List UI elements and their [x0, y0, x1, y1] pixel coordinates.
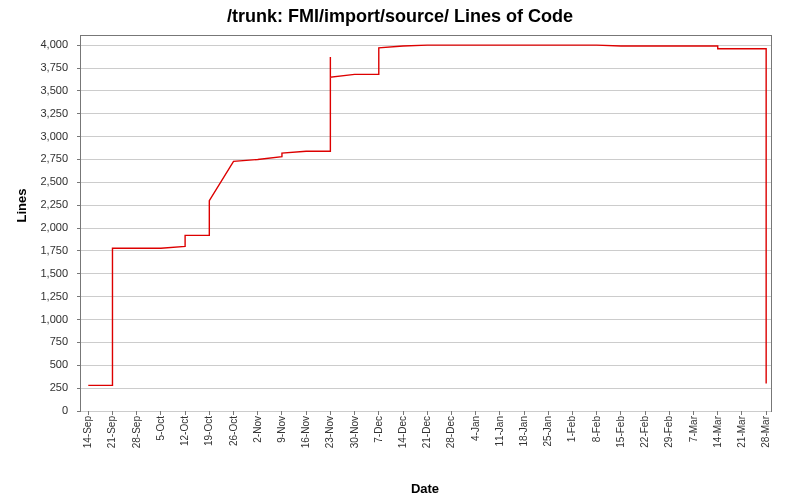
y-tick-label: 3,500: [40, 84, 68, 96]
x-tick-label: 28-Mar: [760, 416, 771, 448]
x-tick-label: 21-Mar: [735, 416, 746, 448]
x-tick-label: 26-Oct: [227, 416, 238, 446]
x-tick-label: 14-Mar: [711, 416, 722, 448]
x-tick-label: 23-Nov: [324, 416, 335, 448]
y-tick-label: 2,250: [40, 198, 68, 210]
line-chart: /trunk: FMI/import/source/ Lines of Code…: [0, 0, 800, 500]
y-tick-label: 3,750: [40, 61, 68, 73]
y-tick-label: 2,750: [40, 152, 68, 164]
y-tick-label: 3,250: [40, 107, 68, 119]
y-tick-label: 3,000: [40, 130, 68, 142]
x-tick-label: 16-Nov: [300, 416, 311, 448]
y-tick-label: 2,500: [40, 175, 68, 187]
x-tick-label: 29-Feb: [663, 416, 674, 448]
x-tick-label: 12-Oct: [179, 416, 190, 446]
y-tick-label: 1,750: [40, 244, 68, 256]
x-tick-label: 14-Sep: [82, 416, 93, 448]
plot-area: [80, 35, 772, 412]
y-tick-label: 4,000: [40, 38, 68, 50]
y-tick-label: 500: [50, 358, 68, 370]
y-tick-label: 0: [62, 404, 68, 416]
x-tick-label: 7-Dec: [372, 416, 383, 443]
x-tick-label: 21-Dec: [421, 416, 432, 448]
x-tick-label: 14-Dec: [397, 416, 408, 448]
x-tick-label: 19-Oct: [203, 416, 214, 446]
x-tick-label: 2-Nov: [251, 416, 262, 443]
x-tick-label: 4-Jan: [469, 416, 480, 441]
x-tick-label: 25-Jan: [542, 416, 553, 447]
y-tick-label: 2,000: [40, 221, 68, 233]
x-tick-label: 7-Mar: [687, 416, 698, 442]
y-tick-label: 1,250: [40, 290, 68, 302]
x-tick-label: 28-Sep: [130, 416, 141, 448]
x-tick-label: 18-Jan: [518, 416, 529, 447]
x-tick-label: 9-Nov: [275, 416, 286, 443]
y-tick-label: 750: [50, 335, 68, 347]
y-axis-ticks: 02505007501,0001,2501,5001,7502,0002,250…: [0, 35, 76, 410]
x-tick-label: 11-Jan: [493, 416, 504, 447]
x-tick-label: 15-Feb: [614, 416, 625, 448]
x-axis-ticks: 14-Sep21-Sep28-Sep5-Oct12-Oct19-Oct26-Oc…: [80, 412, 770, 482]
y-tick-label: 1,000: [40, 313, 68, 325]
x-tick-label: 22-Feb: [639, 416, 650, 448]
chart-title: /trunk: FMI/import/source/ Lines of Code: [0, 6, 800, 27]
x-tick-label: 1-Feb: [566, 416, 577, 442]
x-tick-label: 30-Nov: [348, 416, 359, 448]
y-tick-label: 1,500: [40, 267, 68, 279]
x-tick-label: 5-Oct: [154, 416, 165, 440]
x-tick-label: 21-Sep: [106, 416, 117, 448]
x-tick-label: 28-Dec: [445, 416, 456, 448]
y-tick-label: 250: [50, 381, 68, 393]
x-axis-label: Date: [80, 481, 770, 496]
x-tick-label: 8-Feb: [590, 416, 601, 442]
